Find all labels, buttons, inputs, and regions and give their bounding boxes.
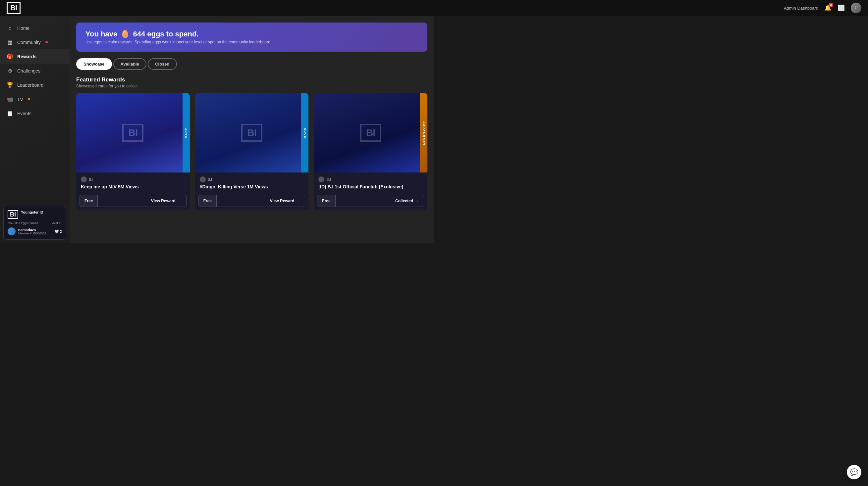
banner-subtitle: Use eggs to claim rewards. Spending eggs… <box>86 40 418 44</box>
card-artist-2: B.I <box>200 176 304 183</box>
card-visual-1: BI RARE <box>76 93 190 172</box>
sidebar-label-tv: TV <box>17 97 23 102</box>
sidebar: ⌂ Home ▦ Community 🎁 Rewards ⊕ Challenge… <box>0 16 69 243</box>
featured-subtitle: Showcased cards for you to collect <box>76 84 427 88</box>
logo: BI <box>7 2 21 14</box>
card-info-3: B.I [ID] B.I 1st Official Fanclub (Exclu… <box>314 172 427 192</box>
card-logo-2: BI <box>241 124 262 142</box>
card-price-1: Free <box>80 195 98 206</box>
card-footer-3: Free Collected → <box>317 195 424 207</box>
community-badge <box>45 41 48 43</box>
user-card-logo: BI <box>8 210 18 219</box>
sidebar-label-leaderboard: Leaderboard <box>17 83 43 88</box>
rare-badge-1: RARE <box>183 93 190 172</box>
layout: ⌂ Home ▦ Community 🎁 Rewards ⊕ Challenge… <box>0 16 434 243</box>
user-card-title: Youngster ID <box>21 210 43 214</box>
rare-badge-2: RARE <box>301 93 308 172</box>
username: namadaza <box>18 228 46 232</box>
hearts-count: 🤍 2 <box>54 229 62 234</box>
sidebar-item-tv[interactable]: 📹 TV <box>0 92 69 106</box>
legendary-badge-3: LEGENDARY <box>420 93 427 172</box>
sidebar-label-challenges: Challenges <box>17 68 40 73</box>
sidebar-item-leaderboard[interactable]: 🏆 Leaderboard <box>0 78 69 92</box>
rewards-grid: BI RARE B.I Keep me up M/V 5M Views Free <box>76 93 427 210</box>
reward-card-1: BI RARE B.I Keep me up M/V 5M Views Free <box>76 93 190 210</box>
card-info-1: B.I Keep me up M/V 5M Views <box>76 172 190 192</box>
sidebar-item-rewards[interactable]: 🎁 Rewards <box>0 49 69 64</box>
rare-text-1: RARE <box>185 127 188 138</box>
community-icon: ▦ <box>7 39 13 45</box>
card-title-2: #Dingo_Killing Verse 1M Views <box>200 184 304 190</box>
card-visual-3: BI LEGENDARY <box>314 93 427 172</box>
user-card-top: BI Youngster ID <box>8 210 62 219</box>
user-card-stats: 354 / 381 Eggs Earned Level 21 <box>8 222 62 225</box>
sidebar-label-home: Home <box>17 26 30 31</box>
user-card-user-info: namadaza Member #: BI000002 <box>18 228 46 235</box>
rewards-icon: 🎁 <box>7 53 13 60</box>
challenges-icon: ⊕ <box>7 68 13 74</box>
user-card-bottom: namadaza Member #: BI000002 🤍 2 <box>8 227 62 235</box>
user-card-eggs: 354 / 381 Eggs Earned <box>8 222 38 225</box>
eggs-banner: You have 🥚 644 eggs to spend. Use eggs t… <box>76 23 427 52</box>
card-footer-1: Free View Reward → <box>80 195 187 207</box>
card-info-2: B.I #Dingo_Killing Verse 1M Views <box>195 172 309 192</box>
events-icon: 📋 <box>7 110 13 117</box>
card-logo-1: BI <box>122 124 144 142</box>
tab-showcase[interactable]: Showcase <box>76 58 112 70</box>
card-action-1[interactable]: View Reward → <box>98 195 186 206</box>
rare-text-2: RARE <box>303 127 306 138</box>
leaderboard-icon: 🏆 <box>7 82 13 88</box>
card-action-3[interactable]: Collected → <box>336 195 424 206</box>
banner-title: You have 🥚 644 eggs to spend. <box>86 30 418 38</box>
card-artist-1: B.I <box>81 176 185 183</box>
tv-badge <box>28 98 30 100</box>
user-card-identity: Youngster ID <box>21 210 43 214</box>
featured-header: Featured Rewards Showcased cards for you… <box>76 76 427 88</box>
user-card-level: Level 21 <box>51 222 62 225</box>
sidebar-label-events: Events <box>17 111 31 116</box>
egg-icon: 🥚 <box>121 30 129 38</box>
tab-closed[interactable]: Closed <box>148 58 177 70</box>
artist-avatar-2 <box>200 176 206 183</box>
reward-card-2: BI RARE B.I #Dingo_Killing Verse 1M View… <box>195 93 309 210</box>
home-icon: ⌂ <box>7 25 13 31</box>
tab-available[interactable]: Available <box>113 58 147 70</box>
card-footer-2: Free View Reward → <box>198 195 306 207</box>
card-visual-2: BI RARE <box>195 93 309 172</box>
featured-title: Featured Rewards <box>76 76 427 83</box>
topnav: BI Admin Dashboard 🔔 3 ⬜ U <box>0 0 434 16</box>
main-content: You have 🥚 644 eggs to spend. Use eggs t… <box>69 16 434 243</box>
sidebar-nav: ⌂ Home ▦ Community 🎁 Rewards ⊕ Challenge… <box>0 16 69 121</box>
card-price-3: Free <box>317 195 335 206</box>
card-title-1: Keep me up M/V 5M Views <box>81 184 185 190</box>
card-action-2[interactable]: View Reward → <box>217 195 305 206</box>
sidebar-label-community: Community <box>17 40 41 45</box>
artist-avatar-3 <box>318 176 324 183</box>
sidebar-item-home[interactable]: ⌂ Home <box>0 21 69 35</box>
sidebar-item-community[interactable]: ▦ Community <box>0 35 69 49</box>
member-id: Member #: BI000002 <box>18 232 46 235</box>
reward-card-3: BI LEGENDARY B.I [ID] B.I 1st Official F… <box>314 93 427 210</box>
user-mini-avatar <box>8 227 16 235</box>
user-card: BI Youngster ID 354 / 381 Eggs Earned Le… <box>3 206 66 240</box>
tv-icon: 📹 <box>7 96 13 102</box>
card-artist-3: B.I <box>318 176 423 183</box>
sidebar-label-rewards: Rewards <box>17 54 36 59</box>
legendary-text-3: LEGENDARY <box>422 121 425 145</box>
card-title-3: [ID] B.I 1st Official Fanclub (Exclusive… <box>318 184 423 190</box>
card-logo-3: BI <box>360 124 381 142</box>
sidebar-item-challenges[interactable]: ⊕ Challenges <box>0 64 69 78</box>
sidebar-item-events[interactable]: 📋 Events <box>0 106 69 121</box>
reward-tabs: Showcase Available Closed <box>76 58 427 70</box>
card-price-2: Free <box>199 195 217 206</box>
artist-avatar-1 <box>81 176 87 183</box>
